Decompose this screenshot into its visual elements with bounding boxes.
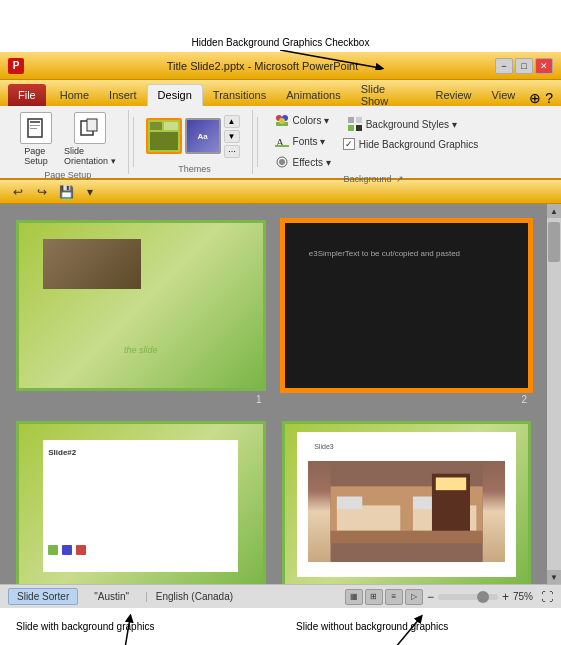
themes-grid: Aa ▲ ▼ ⋯ bbox=[146, 115, 240, 158]
svg-line-33 bbox=[370, 618, 420, 645]
colors-icon bbox=[274, 112, 290, 128]
effects-icon bbox=[274, 154, 290, 170]
slide-4[interactable]: Slide3 bbox=[282, 421, 532, 584]
tab-slideshow[interactable]: Slide Show bbox=[351, 84, 426, 106]
background-dialog-launcher[interactable]: ↗ bbox=[396, 174, 404, 184]
ribbon-content: PageSetup SlideOrientation ▾ Page Setup bbox=[0, 106, 561, 180]
background-content: Colors ▾ A Fonts ▾ bbox=[270, 110, 479, 172]
svg-rect-21 bbox=[348, 125, 354, 131]
zoom-slider[interactable] bbox=[438, 594, 498, 600]
top-callout: Hidden Background Graphics Checkbox bbox=[0, 0, 561, 52]
svg-rect-8 bbox=[150, 122, 162, 130]
help-icon[interactable]: ⊕ bbox=[529, 90, 541, 106]
status-theme[interactable]: "Austin" bbox=[86, 589, 137, 604]
slide-3[interactable]: Slide#2 bbox=[16, 421, 266, 584]
zoom-plus-button[interactable]: + bbox=[502, 590, 509, 604]
tab-animations[interactable]: Animations bbox=[276, 84, 350, 106]
effects-button[interactable]: Effects ▾ bbox=[270, 152, 335, 172]
qat-dropdown-button[interactable]: ▾ bbox=[80, 183, 100, 201]
reading-view-button[interactable]: ≡ bbox=[385, 589, 403, 605]
status-bar: Slide Sorter "Austin" | English (Canada)… bbox=[0, 584, 561, 608]
slide-4-content: Slide3 bbox=[297, 432, 516, 577]
svg-line-32 bbox=[120, 618, 130, 645]
slide-2[interactable]: e3SimplerText to be cut/copied and paste… bbox=[282, 220, 532, 391]
question-icon[interactable]: ? bbox=[545, 90, 553, 106]
tab-design[interactable]: Design bbox=[147, 84, 203, 106]
ribbon-btn-large-themes[interactable]: ▲ ▼ ⋯ bbox=[224, 115, 240, 158]
save-button[interactable]: 💾 bbox=[56, 183, 76, 201]
svg-rect-6 bbox=[87, 119, 97, 131]
slideshow-button[interactable]: ▷ bbox=[405, 589, 423, 605]
colors-button[interactable]: Colors ▾ bbox=[270, 110, 335, 130]
slide-4-background: Slide3 bbox=[285, 424, 529, 584]
hotel-room-scene bbox=[308, 461, 505, 562]
slide-sorter-view-button[interactable]: ⊞ bbox=[365, 589, 383, 605]
slide-1[interactable]: the slide bbox=[16, 220, 266, 391]
quick-access-toolbar: ↩ ↪ 💾 ▾ bbox=[0, 180, 561, 204]
page-setup-label: PageSetup bbox=[24, 146, 48, 166]
slide-3-icons bbox=[48, 545, 86, 555]
slide-3-inner: Slide#2 bbox=[19, 424, 263, 584]
tab-review[interactable]: Review bbox=[425, 84, 481, 106]
tab-view[interactable]: View bbox=[482, 84, 526, 106]
page-setup-button[interactable]: PageSetup bbox=[16, 110, 56, 168]
background-right-col: Background Styles ▾ Hide Background Grap… bbox=[343, 110, 479, 150]
svg-rect-3 bbox=[30, 125, 40, 126]
svg-rect-10 bbox=[150, 132, 178, 150]
slide-container-1[interactable]: the slide 1 bbox=[16, 220, 266, 405]
tab-file[interactable]: File bbox=[8, 84, 46, 106]
zoom-minus-button[interactable]: − bbox=[427, 590, 434, 604]
fit-slide-button[interactable]: ⛶ bbox=[541, 590, 553, 604]
page-setup-buttons: PageSetup SlideOrientation ▾ bbox=[16, 110, 120, 168]
view-buttons: ▦ ⊞ ≡ ▷ bbox=[345, 589, 423, 605]
hide-background-graphics-checkbox[interactable] bbox=[343, 138, 355, 150]
svg-rect-30 bbox=[435, 477, 465, 490]
slide-container-2[interactable]: e3SimplerText to be cut/copied and paste… bbox=[282, 220, 532, 405]
slide-orientation-button[interactable]: SlideOrientation ▾ bbox=[60, 110, 120, 168]
scroll-down-button[interactable]: ▼ bbox=[547, 570, 561, 584]
bottom-annotations: Slide with background graphics Slide wit… bbox=[0, 608, 561, 645]
svg-point-18 bbox=[279, 159, 285, 165]
ribbon-group-themes: Aa ▲ ▼ ⋯ Themes bbox=[138, 110, 253, 174]
fonts-icon: A bbox=[274, 133, 290, 149]
ribbon-group-background: Colors ▾ A Fonts ▾ bbox=[262, 110, 487, 174]
status-separator-1: | bbox=[145, 591, 148, 602]
page-setup-icon bbox=[20, 112, 52, 144]
background-styles-label: Background Styles ▾ bbox=[366, 119, 457, 130]
status-language[interactable]: English (Canada) bbox=[156, 591, 233, 602]
zoom-percentage: 75% bbox=[513, 591, 533, 602]
status-right: ▦ ⊞ ≡ ▷ − + 75% ⛶ bbox=[345, 589, 553, 605]
tab-insert[interactable]: Insert bbox=[99, 84, 147, 106]
status-slide-sorter[interactable]: Slide Sorter bbox=[8, 588, 78, 605]
theme-swatch-2[interactable]: Aa bbox=[185, 118, 221, 154]
slide-container-4[interactable]: Slide3 bbox=[282, 421, 532, 584]
slide-4-title: Slide3 bbox=[314, 443, 333, 450]
slide-2-text: e3SimplerText to be cut/copied and paste… bbox=[309, 248, 460, 259]
colors-label: Colors ▾ bbox=[293, 115, 330, 126]
slide-1-overlay bbox=[43, 239, 140, 288]
slide-2-background: e3SimplerText to be cut/copied and paste… bbox=[285, 223, 529, 388]
svg-rect-31 bbox=[330, 531, 482, 544]
undo-button[interactable]: ↩ bbox=[8, 183, 28, 201]
slide-3-background: Slide#2 bbox=[19, 424, 263, 584]
theme-swatch-1[interactable] bbox=[146, 118, 182, 154]
slide-orientation-label: SlideOrientation ▾ bbox=[64, 146, 116, 166]
fonts-button[interactable]: A Fonts ▾ bbox=[270, 131, 335, 151]
slide-container-3[interactable]: Slide#2 3 bbox=[16, 421, 266, 584]
callout-arrow bbox=[0, 50, 561, 70]
scrollbar-right[interactable]: ▲ ▼ bbox=[547, 204, 561, 584]
scroll-up-button[interactable]: ▲ bbox=[547, 204, 561, 218]
tab-transitions[interactable]: Transitions bbox=[203, 84, 276, 106]
main-area: the slide 1 e3SimplerText to be cut/copi… bbox=[0, 204, 561, 584]
hide-background-graphics-row[interactable]: Hide Background Graphics bbox=[343, 138, 479, 150]
svg-rect-27 bbox=[337, 496, 362, 509]
redo-button[interactable]: ↪ bbox=[32, 183, 52, 201]
svg-rect-2 bbox=[30, 121, 40, 123]
slides-area: the slide 1 e3SimplerText to be cut/copi… bbox=[0, 204, 547, 584]
normal-view-button[interactable]: ▦ bbox=[345, 589, 363, 605]
tab-home[interactable]: Home bbox=[50, 84, 99, 106]
background-styles-button[interactable]: Background Styles ▾ bbox=[343, 114, 479, 134]
background-group-label: Background ↗ bbox=[344, 174, 405, 184]
scroll-thumb[interactable] bbox=[548, 222, 560, 262]
slide-1-inner: the slide bbox=[19, 223, 263, 388]
